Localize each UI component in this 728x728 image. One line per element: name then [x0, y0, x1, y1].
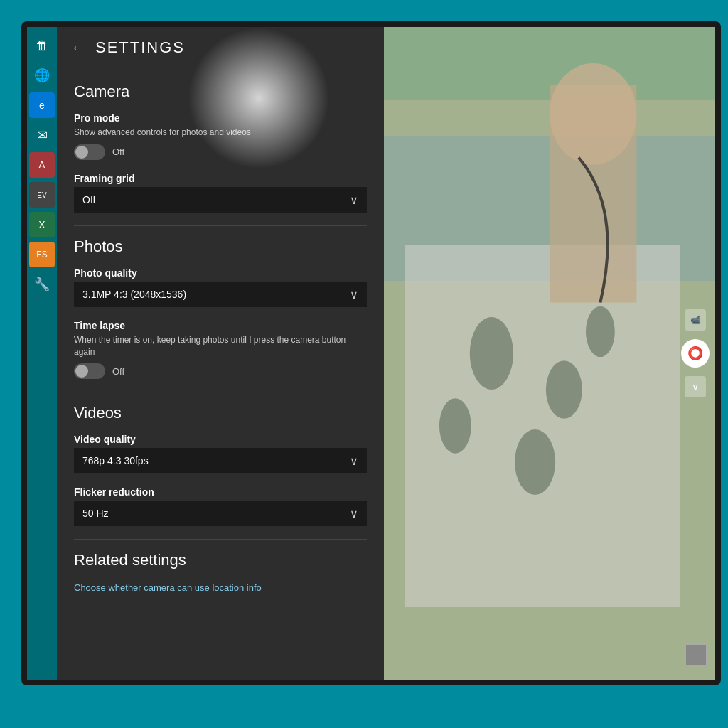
- flicker-reduction-dropdown[interactable]: 50 Hz 60 Hz Auto: [74, 500, 367, 526]
- settings-panel: ← SETTINGS Camera Pro mode Show advanced…: [57, 27, 384, 680]
- pro-mode-toggle-label: Off: [112, 146, 124, 157]
- desktop: 🗑 🌐 e ✉ A EV X FS 🔧 ←: [0, 0, 728, 728]
- settings-body: Camera Pro mode Show advanced controls f…: [57, 68, 384, 615]
- svg-point-8: [515, 429, 555, 495]
- settings-header: ← SETTINGS: [57, 27, 384, 68]
- pro-mode-label: Pro mode: [74, 112, 367, 124]
- taskbar-icon-fscapture[interactable]: FS: [29, 242, 55, 267]
- video-quality-setting: Video quality 768p 4:3 30fps 1080p 16:9 …: [74, 434, 367, 473]
- camera-section-title: Camera: [74, 82, 367, 101]
- pro-mode-toggle[interactable]: [74, 144, 105, 160]
- time-lapse-toggle-thumb: [75, 365, 88, 378]
- video-quality-dropdown-wrapper: 768p 4:3 30fps 1080p 16:9 30fps ∨: [74, 448, 367, 473]
- framing-grid-label: Framing grid: [74, 173, 367, 184]
- photo-quality-setting: Photo quality 3.1MP 4:3 (2048x1536) 0.9M…: [74, 267, 367, 307]
- pro-mode-setting: Pro mode Show advanced controls for phot…: [74, 112, 367, 160]
- video-quality-dropdown[interactable]: 768p 4:3 30fps 1080p 16:9 30fps: [74, 448, 367, 473]
- video-mode-button[interactable]: 📹: [685, 309, 706, 331]
- taskbar-icon-mail[interactable]: ✉: [29, 122, 55, 148]
- time-lapse-toggle[interactable]: [74, 363, 105, 379]
- video-quality-label: Video quality: [74, 434, 367, 445]
- preview-content: 📹 ⭕ ∨: [384, 27, 715, 680]
- taskbar-icon-edge[interactable]: e: [29, 92, 55, 118]
- divider-3: [74, 539, 367, 540]
- taskbar-icon-hasher[interactable]: 🔧: [29, 272, 55, 297]
- preview-svg: [384, 27, 715, 680]
- camera-preview: 📹 ⭕ ∨: [384, 27, 715, 680]
- svg-point-4: [470, 317, 513, 390]
- taskbar-left: 🗑 🌐 e ✉ A EV X FS 🔧: [27, 27, 57, 680]
- pro-mode-toggle-row: Off: [74, 144, 367, 160]
- monitor-inner: 🗑 🌐 e ✉ A EV X FS 🔧 ←: [27, 27, 715, 680]
- thumbnail-indicator: [685, 644, 707, 665]
- flicker-reduction-dropdown-wrapper: 50 Hz 60 Hz Auto ∨: [74, 500, 367, 526]
- photo-quality-dropdown-wrapper: 3.1MP 4:3 (2048x1536) 0.9MP 16:9 (1280x7…: [74, 282, 367, 307]
- photo-quality-label: Photo quality: [74, 267, 367, 279]
- location-info-link[interactable]: Choose whether camera can use location i…: [74, 582, 262, 593]
- framing-grid-dropdown[interactable]: Off Rule of thirds Square: [74, 187, 367, 213]
- time-lapse-setting: Time lapse When the timer is on, keep ta…: [74, 320, 367, 380]
- divider-1: [74, 225, 367, 226]
- monitor-outer: 🗑 🌐 e ✉ A EV X FS 🔧 ←: [21, 21, 721, 685]
- pro-mode-toggle-thumb: [75, 146, 88, 159]
- photos-section-title: Photos: [74, 237, 367, 256]
- flicker-reduction-setting: Flicker reduction 50 Hz 60 Hz Auto ∨: [74, 486, 367, 526]
- main-area: ← SETTINGS Camera Pro mode Show advanced…: [57, 27, 715, 680]
- camera-controls: 📹 ⭕ ∨: [681, 309, 710, 397]
- divider-2: [74, 392, 367, 392]
- back-button[interactable]: ←: [71, 41, 84, 55]
- taskbar-icon-chrome[interactable]: 🌐: [29, 63, 55, 88]
- taskbar-icon-recycle[interactable]: 🗑: [29, 33, 55, 58]
- related-settings-title: Related settings: [74, 551, 367, 569]
- videos-section-title: Videos: [74, 404, 367, 422]
- svg-point-10: [550, 63, 636, 165]
- time-lapse-desc: When the timer is on, keep taking photos…: [74, 334, 367, 358]
- pro-mode-desc: Show advanced controls for photos and vi…: [74, 127, 367, 139]
- time-lapse-label: Time lapse: [74, 320, 367, 331]
- nav-down-button[interactable]: ∨: [685, 376, 706, 397]
- framing-grid-setting: Framing grid Off Rule of thirds Square ∨: [74, 173, 367, 213]
- svg-point-6: [586, 306, 615, 357]
- svg-point-5: [546, 360, 582, 419]
- time-lapse-toggle-label: Off: [112, 366, 124, 377]
- time-lapse-toggle-row: Off: [74, 363, 367, 379]
- framing-grid-dropdown-wrapper: Off Rule of thirds Square ∨: [74, 187, 367, 213]
- photo-quality-dropdown[interactable]: 3.1MP 4:3 (2048x1536) 0.9MP 16:9 (1280x7…: [74, 282, 367, 307]
- svg-point-7: [439, 398, 471, 454]
- capture-button[interactable]: ⭕: [681, 339, 710, 368]
- settings-title: SETTINGS: [95, 38, 185, 57]
- flicker-reduction-label: Flicker reduction: [74, 486, 367, 498]
- taskbar-icon-access[interactable]: A: [29, 152, 55, 178]
- taskbar-icon-evkey[interactable]: EV: [29, 182, 55, 208]
- taskbar-icon-excel[interactable]: X: [29, 212, 55, 237]
